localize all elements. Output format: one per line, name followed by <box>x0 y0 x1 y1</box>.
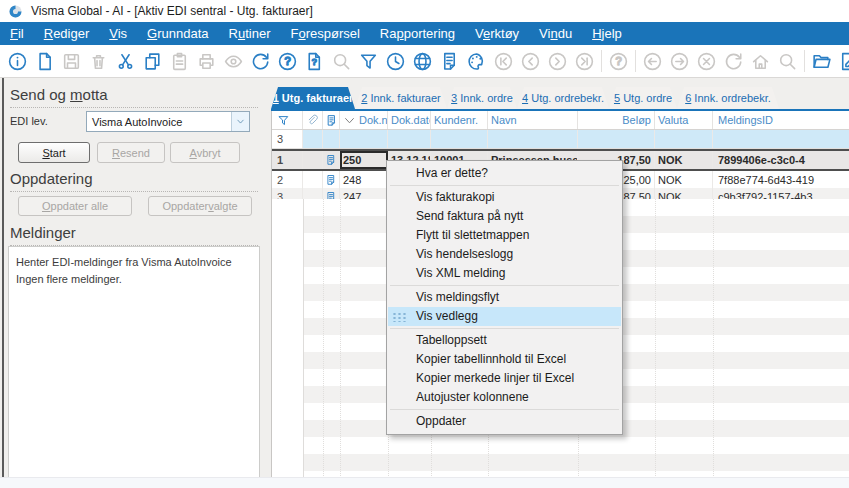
menu-item-kopier-tabellinnhold-til-excel[interactable]: Kopier tabellinnhold til Excel <box>388 350 621 369</box>
column-header-valuta[interactable]: Valuta <box>655 111 713 129</box>
notes-icon[interactable] <box>436 48 463 74</box>
update-all-button[interactable]: Oppdater alle <box>18 196 132 216</box>
chevron-down-icon[interactable] <box>343 114 356 127</box>
menu-bar: Fil Rediger Vis Grunndata Rutiner Foresp… <box>0 22 849 45</box>
table-header-row: Dok.nr. Dok.dato Kundenr. Navn Beløp Val… <box>272 111 849 130</box>
menu-verktoy[interactable]: Verktøy <box>465 22 529 45</box>
search-icon <box>328 48 355 74</box>
menu-separator <box>390 285 619 286</box>
application-window: Visma Global - AI - [Aktiv EDI sentral -… <box>0 0 849 488</box>
menu-fil[interactable]: Fil <box>0 22 34 45</box>
menu-rutiner[interactable]: Rutiner <box>219 22 281 45</box>
chevron-down-icon[interactable] <box>231 112 249 131</box>
document-icon[interactable] <box>325 174 337 186</box>
find-icon <box>774 48 801 74</box>
message-line: Henter EDI-meldinger fra Visma AutoInvoi… <box>16 254 252 271</box>
cell-doknr[interactable]: 248 <box>340 171 388 188</box>
copy-icon[interactable] <box>139 48 166 74</box>
cut-icon[interactable] <box>112 48 139 74</box>
attachment-column-header[interactable] <box>303 111 323 129</box>
menu-grunndata[interactable]: Grunndata <box>137 22 218 45</box>
cell-valuta[interactable]: NOK <box>655 151 713 169</box>
section-heading-oppdatering: Oppdatering <box>10 170 258 192</box>
menu-item-oppdater[interactable]: Oppdater <box>388 412 621 431</box>
menu-item-vis-hendelseslogg[interactable]: Vis hendelseslogg <box>388 245 621 264</box>
column-header-meldingsid[interactable]: MeldingsID <box>713 111 849 129</box>
menu-item-autojuster-kolonnene[interactable]: Autojuster kolonnene <box>388 388 621 407</box>
document-icon[interactable] <box>325 154 337 166</box>
menu-separator <box>390 328 619 329</box>
row-count: 3 <box>272 130 303 148</box>
info-icon[interactable] <box>4 48 31 74</box>
menu-rediger[interactable]: Rediger <box>34 22 100 45</box>
cell-meldingsid[interactable]: 7899406e-c3c0-4 <box>713 151 849 169</box>
window-left-edge <box>2 78 4 478</box>
toolbar-separator <box>801 50 808 72</box>
history-icon[interactable] <box>382 48 409 74</box>
save-icon <box>58 48 85 74</box>
menu-item-flytt-til-slettetmappen[interactable]: Flytt til slettetmappen <box>388 226 621 245</box>
tab-innk-ordre[interactable]: 3 Innk. ordre <box>447 87 517 109</box>
home-icon <box>747 48 774 74</box>
messages-log[interactable]: Henter EDI-meldinger fra Visma AutoInvoi… <box>8 246 260 478</box>
tab-utg-ordre[interactable]: 5 Utg. ordre <box>609 87 677 109</box>
print-icon <box>193 48 220 74</box>
row-count-row: 3 <box>272 130 849 149</box>
send-receive-panel: Send og motta EDI lev. Visma AutoInvoice… <box>6 78 264 478</box>
sign-chart-icon[interactable] <box>835 48 849 74</box>
last-record-icon <box>571 48 598 74</box>
tab-utg-ordrebekr[interactable]: 4 Utg. ordrebekr. <box>517 87 609 109</box>
folder-icon[interactable] <box>808 48 835 74</box>
start-button[interactable]: Start <box>18 142 90 163</box>
cell-valuta[interactable]: NOK <box>655 171 713 188</box>
resend-button[interactable]: Resend <box>97 142 165 163</box>
context-menu: Hva er dette? Vis fakturakopi Send faktu… <box>386 160 623 435</box>
tab-innk-fakturaer[interactable]: 2 Innk. fakturaer <box>355 87 447 109</box>
column-header-doknr[interactable]: Dok.nr. <box>340 111 388 129</box>
menu-item-vis-vedlegg[interactable]: Vis vedlegg <box>388 307 621 326</box>
toolbar-separator <box>632 50 639 72</box>
new-document-icon[interactable] <box>31 48 58 74</box>
filter-column-header[interactable] <box>272 111 303 129</box>
palette-icon[interactable] <box>463 48 490 74</box>
menu-foresporsel[interactable]: Forespørsel <box>280 22 369 45</box>
tab-bar: 1 Utg. fakturaer 2 Innk. fakturaer 3 Inn… <box>271 85 849 111</box>
column-header-kundenr[interactable]: Kundenr. <box>431 111 488 129</box>
column-header-belop[interactable]: Beløp <box>578 111 655 129</box>
document-column-header[interactable] <box>323 111 340 129</box>
status-strip <box>0 477 849 488</box>
column-header-navn[interactable]: Navn <box>488 111 578 129</box>
section-heading-meldinger: Meldinger <box>10 224 258 246</box>
edi-provider-select[interactable]: Visma AutoInvoice <box>86 111 250 132</box>
tab-utg-fakturaer[interactable]: 1 Utg. fakturaer <box>271 87 355 109</box>
menu-vindu[interactable]: Vindu <box>529 22 582 45</box>
edi-provider-value: Visma AutoInvoice <box>87 116 231 128</box>
web-icon[interactable] <box>409 48 436 74</box>
menu-item-tabelloppsett[interactable]: Tabelloppsett <box>388 331 621 350</box>
menu-item-kopier-merkede-linjer-til-excel[interactable]: Kopier merkede linjer til Excel <box>388 369 621 388</box>
toolbar <box>0 45 849 78</box>
document-help-icon[interactable] <box>301 48 328 74</box>
refresh-icon[interactable] <box>247 48 274 74</box>
cancel-button[interactable]: Avbryt <box>170 142 240 163</box>
menu-item-vis-meldingsflyt[interactable]: Vis meldingsflyt <box>388 288 621 307</box>
menu-item-hva-er-dette[interactable]: Hva er dette? <box>388 164 621 183</box>
refresh-view-icon <box>720 48 747 74</box>
toolbar-separator <box>598 50 605 72</box>
menu-hjelp[interactable]: Hjelp <box>582 22 632 45</box>
menu-item-send-faktura-pa-nytt[interactable]: Send faktura på nytt <box>388 207 621 226</box>
menu-separator <box>390 409 619 410</box>
menu-item-vis-fakturakopi[interactable]: Vis fakturakopi <box>388 188 621 207</box>
menu-rapportering[interactable]: Rapportering <box>370 22 465 45</box>
help-icon[interactable] <box>274 48 301 74</box>
tab-innk-ordrebekr[interactable]: 6 Innk. ordrebekr. <box>677 87 779 109</box>
cell-doknr[interactable]: 250 <box>340 151 388 169</box>
update-selected-button[interactable]: Oppdater valgte <box>148 196 252 216</box>
column-label: Dok.nr. <box>359 114 388 126</box>
menu-item-vis-xml-melding[interactable]: Vis XML melding <box>388 264 621 283</box>
cell-meldingsid[interactable]: 7f88e774-6d43-419 <box>713 171 849 188</box>
menu-vis[interactable]: Vis <box>99 22 137 45</box>
filter-icon[interactable] <box>355 48 382 74</box>
row-number: 1 <box>272 151 303 169</box>
column-header-dokdato[interactable]: Dok.dato <box>388 111 431 129</box>
